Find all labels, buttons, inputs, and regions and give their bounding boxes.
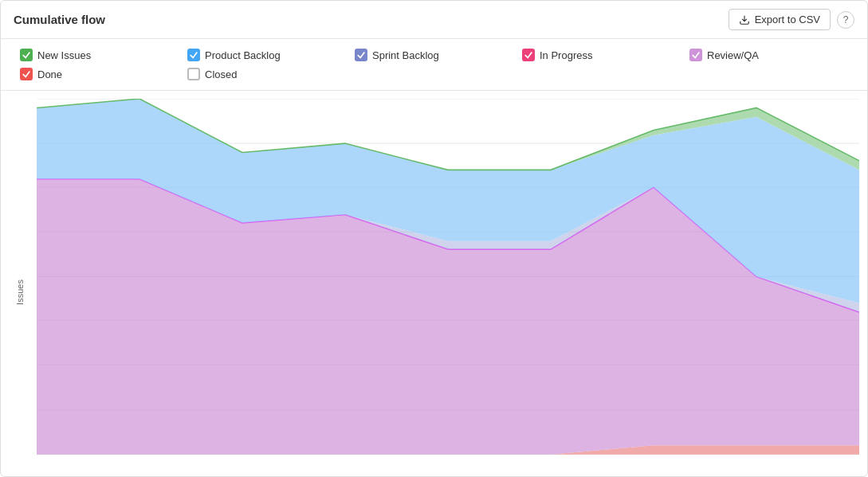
- check-icon: [356, 49, 366, 61]
- legend-item-closed[interactable]: Closed: [181, 65, 348, 84]
- legend-item-product-backlog[interactable]: Product Backlog: [181, 45, 348, 65]
- chart-title: Cumulative flow: [14, 13, 105, 26]
- legend-checkbox-product-backlog: [187, 49, 200, 61]
- help-icon-button[interactable]: ?: [837, 11, 854, 29]
- legend-checkbox-sprint-backlog: [355, 49, 367, 61]
- cumulative-flow-widget: Cumulative flow Export to CSV ? New Issu…: [0, 0, 868, 477]
- legend-item-sprint-backlog[interactable]: Sprint Backlog: [348, 45, 516, 65]
- export-csv-button[interactable]: Export to CSV: [729, 9, 831, 30]
- legend-checkbox-closed: [187, 68, 200, 80]
- legend-row-2: Done Closed: [14, 65, 854, 84]
- legend-row-1: New Issues Product Backlog Sprint Backlo…: [14, 45, 854, 65]
- legend-label-closed: Closed: [205, 68, 237, 80]
- check-icon: [189, 49, 198, 61]
- legend-label-sprint-backlog: Sprint Backlog: [372, 49, 439, 61]
- legend-label-in-progress: In Progress: [540, 49, 592, 61]
- check-icon: [524, 49, 533, 61]
- legend-checkbox-review-qa: [689, 49, 702, 61]
- legend-checkbox-done: [20, 68, 33, 80]
- check-icon: [691, 49, 701, 61]
- check-icon: [22, 68, 31, 80]
- chart-area: Issues 0 5 10 15 20 25 30 35 40: [1, 91, 867, 477]
- y-axis-label: Issues: [15, 280, 25, 305]
- chart-header: Cumulative flow Export to CSV ?: [1, 1, 867, 39]
- legend-checkbox-in-progress: [522, 49, 535, 61]
- legend-checkbox-new-issues: [20, 49, 33, 61]
- legend-label-review-qa: Review/QA: [707, 49, 759, 61]
- legend-label-new-issues: New Issues: [37, 49, 91, 61]
- legend-label-done: Done: [37, 68, 62, 80]
- legend-label-product-backlog: Product Backlog: [205, 49, 281, 61]
- cumulative-flow-chart: 0 5 10 15 20 25 30 35 40: [37, 99, 859, 455]
- header-actions: Export to CSV ?: [729, 9, 854, 30]
- legend-item-in-progress[interactable]: In Progress: [516, 45, 683, 65]
- export-label: Export to CSV: [755, 14, 820, 25]
- legend-item-review-qa[interactable]: Review/QA: [683, 45, 850, 65]
- check-icon: [22, 49, 31, 61]
- legend-item-new-issues[interactable]: New Issues: [14, 45, 181, 65]
- export-icon: [739, 14, 750, 25]
- legend: New Issues Product Backlog Sprint Backlo…: [1, 39, 867, 91]
- legend-item-done[interactable]: Done: [14, 65, 181, 84]
